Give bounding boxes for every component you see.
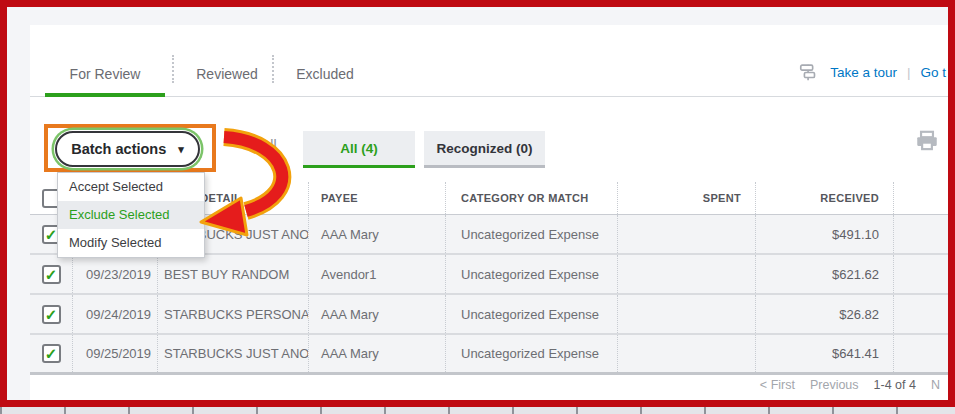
menu-item-modify-selected[interactable]: Modify Selected bbox=[58, 229, 204, 257]
cell-spent bbox=[617, 335, 755, 372]
cell-payee: Avendor1 bbox=[308, 255, 445, 293]
pagination-previous[interactable]: Previous bbox=[810, 378, 859, 392]
cell-category: Uncategorized Expense bbox=[445, 295, 617, 333]
cell-category: Uncategorized Expense bbox=[445, 255, 617, 293]
tab-for-review[interactable]: For Review bbox=[45, 61, 165, 87]
cell-payee: AAA Mary bbox=[308, 295, 445, 333]
go-to-link[interactable]: Go t bbox=[920, 65, 946, 80]
cell-received: $26.82 bbox=[755, 295, 893, 333]
cell-spent bbox=[617, 255, 755, 293]
table-row[interactable]: ✓ 09/25/2019 STARBUCKS JUST ANO... AAA M… bbox=[30, 335, 948, 375]
pagination-range: 1-4 of 4 bbox=[874, 378, 916, 392]
col-header-payee[interactable]: PAYEE bbox=[308, 182, 445, 214]
cell-action bbox=[893, 335, 948, 372]
batch-actions-menu: Accept Selected Exclude Selected Modify … bbox=[57, 172, 205, 258]
cell-received: $621.62 bbox=[755, 255, 893, 293]
pagination-first[interactable]: < First bbox=[760, 378, 795, 392]
table-row[interactable]: ✓ 09/24/2019 STARBUCKS PERSONAL AAA Mary… bbox=[30, 295, 948, 335]
banking-transactions-card: For Review Reviewed Excluded Take a tour… bbox=[30, 25, 948, 400]
cell-category: Uncategorized Expense bbox=[445, 215, 617, 253]
toolbar: Batch actions ▾ All All (4) Recognized (… bbox=[30, 97, 948, 182]
menu-item-accept-selected[interactable]: Accept Selected bbox=[58, 173, 204, 201]
print-icon[interactable] bbox=[914, 128, 940, 154]
filter-tab-recognized[interactable]: Recognized (0) bbox=[424, 131, 545, 168]
menu-item-exclude-selected[interactable]: Exclude Selected bbox=[58, 201, 204, 229]
header-links: Take a tour | Go t bbox=[798, 61, 946, 83]
row-checkbox[interactable]: ✓ bbox=[42, 305, 61, 324]
cell-received: $491.10 bbox=[755, 215, 893, 253]
filter-tab-all[interactable]: All (4) bbox=[303, 131, 415, 168]
cell-bank-detail: BEST BUY RANDOM bbox=[157, 255, 308, 293]
cropped-content-strip bbox=[0, 407, 955, 414]
col-header-action bbox=[893, 182, 948, 214]
cell-action bbox=[893, 255, 948, 293]
cell-action bbox=[893, 295, 948, 333]
review-tabs-bar: For Review Reviewed Excluded Take a tour… bbox=[30, 25, 948, 97]
cell-date: 09/25/2019 bbox=[72, 335, 157, 372]
check-icon: ✓ bbox=[45, 267, 58, 282]
take-a-tour-link[interactable]: Take a tour bbox=[830, 65, 897, 80]
cell-payee: AAA Mary bbox=[308, 215, 445, 253]
all-filter-link[interactable]: All bbox=[261, 137, 277, 153]
col-header-received[interactable]: RECEIVED bbox=[755, 182, 893, 214]
pagination: < First Previous 1-4 of 4 N bbox=[760, 378, 940, 392]
row-checkbox[interactable]: ✓ bbox=[42, 265, 61, 284]
cell-bank-detail: STARBUCKS PERSONAL bbox=[157, 295, 308, 333]
tab-separator bbox=[272, 55, 274, 83]
cell-spent bbox=[617, 295, 755, 333]
cell-date: 09/24/2019 bbox=[72, 295, 157, 333]
batch-actions-button[interactable]: Batch actions ▾ bbox=[55, 131, 200, 167]
cell-action bbox=[893, 215, 948, 253]
tour-signpost-icon bbox=[798, 61, 820, 83]
row-checkbox[interactable]: ✓ bbox=[42, 344, 61, 363]
cell-date: 09/23/2019 bbox=[72, 255, 157, 293]
tab-excluded[interactable]: Excluded bbox=[282, 61, 368, 87]
check-icon: ✓ bbox=[45, 307, 58, 322]
annotation-frame: For Review Reviewed Excluded Take a tour… bbox=[0, 0, 955, 407]
tab-separator bbox=[172, 55, 174, 83]
col-header-spent[interactable]: SPENT bbox=[617, 182, 755, 214]
check-icon: ✓ bbox=[45, 227, 58, 242]
cell-payee: AAA Mary bbox=[308, 335, 445, 372]
caret-down-icon: ▾ bbox=[178, 144, 184, 155]
check-icon: ✓ bbox=[45, 346, 58, 361]
table-row[interactable]: ✓ 09/23/2019 BEST BUY RANDOM Avendor1 Un… bbox=[30, 255, 948, 295]
cell-category: Uncategorized Expense bbox=[445, 335, 617, 372]
pagination-next[interactable]: N bbox=[931, 378, 940, 392]
filter-funnel-icon[interactable] bbox=[235, 132, 255, 152]
batch-actions-label: Batch actions bbox=[71, 141, 166, 157]
link-divider: | bbox=[907, 65, 911, 80]
cell-received: $641.41 bbox=[755, 335, 893, 372]
tab-reviewed[interactable]: Reviewed bbox=[182, 61, 272, 87]
cell-bank-detail: STARBUCKS JUST ANO... bbox=[157, 335, 308, 372]
cell-spent bbox=[617, 215, 755, 253]
col-header-category[interactable]: CATEGORY OR MATCH bbox=[445, 182, 617, 214]
